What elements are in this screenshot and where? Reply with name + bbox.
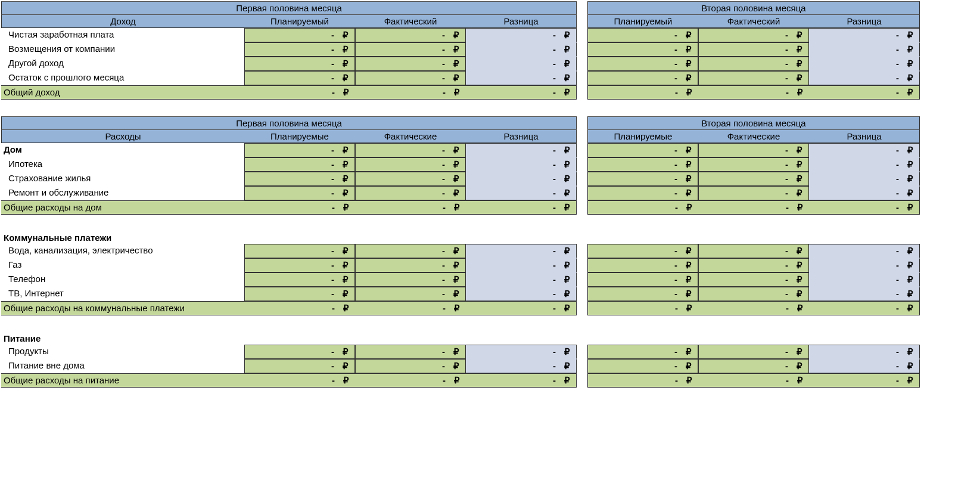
cell-diff: -₽ xyxy=(466,258,577,272)
cell-fact[interactable]: -₽ xyxy=(355,359,466,373)
cell-value: -₽ xyxy=(785,30,802,41)
cell-fact[interactable]: -₽ xyxy=(355,287,466,301)
cell-fact[interactable]: -₽ xyxy=(698,359,809,373)
cell-fact[interactable]: -₽ xyxy=(698,186,809,200)
cell-fact[interactable]: -₽ xyxy=(698,157,809,172)
cell-plan[interactable]: -₽ xyxy=(587,57,698,71)
period-header-second: Вторая половина месяца xyxy=(587,116,920,130)
cell-plan[interactable]: -₽ xyxy=(244,186,355,200)
cell-value: -₽ xyxy=(331,361,349,371)
cell-value: -₽ xyxy=(896,246,913,256)
cell-plan[interactable]: -₽ xyxy=(244,244,355,258)
cell-fact[interactable]: -₽ xyxy=(355,42,466,57)
gap xyxy=(698,332,809,345)
cell-diff: -₽ xyxy=(809,143,920,157)
col-diff: Разница xyxy=(809,130,920,143)
total-diff: -₽ xyxy=(809,373,920,388)
cell-plan[interactable]: -₽ xyxy=(244,345,355,359)
gap xyxy=(577,116,587,130)
cell-plan[interactable]: -₽ xyxy=(244,359,355,373)
cell-fact[interactable]: -₽ xyxy=(355,143,466,157)
cell-fact[interactable]: -₽ xyxy=(355,57,466,71)
gap xyxy=(244,231,355,244)
cell-plan[interactable]: -₽ xyxy=(587,244,698,258)
cell-fact[interactable]: -₽ xyxy=(698,272,809,287)
cell-fact[interactable]: -₽ xyxy=(698,287,809,301)
cell-plan[interactable]: -₽ xyxy=(587,287,698,301)
cell-plan[interactable]: -₽ xyxy=(587,258,698,272)
cell-plan[interactable]: -₽ xyxy=(244,71,355,85)
period-header-first: Первая половина месяца xyxy=(1,116,577,130)
cell-value: -₽ xyxy=(331,174,349,184)
cell-fact[interactable]: -₽ xyxy=(698,244,809,258)
cell-plan[interactable]: -₽ xyxy=(587,143,698,157)
cell-plan[interactable]: -₽ xyxy=(587,272,698,287)
cell-plan[interactable]: -₽ xyxy=(244,172,355,186)
cell-fact[interactable]: -₽ xyxy=(698,57,809,71)
cell-plan[interactable]: -₽ xyxy=(587,28,698,42)
cell-value: -₽ xyxy=(674,174,692,184)
cell-value: -₽ xyxy=(553,289,570,299)
cell-fact[interactable]: -₽ xyxy=(698,345,809,359)
cell-value: -₽ xyxy=(332,87,349,98)
gap xyxy=(577,15,587,28)
cell-diff: -₽ xyxy=(809,28,920,42)
cell-plan[interactable]: -₽ xyxy=(244,272,355,287)
cell-diff: -₽ xyxy=(809,57,920,71)
cell-plan[interactable]: -₽ xyxy=(587,157,698,172)
cell-value: -₽ xyxy=(785,346,802,357)
cell-value: -₽ xyxy=(553,260,570,271)
cell-value: -₽ xyxy=(331,188,349,199)
cell-plan[interactable]: -₽ xyxy=(244,28,355,42)
col-plan: Планируемый xyxy=(244,15,355,28)
cell-plan[interactable]: -₽ xyxy=(587,42,698,57)
gap xyxy=(577,71,587,85)
cell-plan[interactable]: -₽ xyxy=(587,345,698,359)
cell-value: -₽ xyxy=(331,289,349,299)
cell-fact[interactable]: -₽ xyxy=(698,28,809,42)
row-label: Чистая заработная плата xyxy=(1,28,244,42)
cell-value: -₽ xyxy=(675,87,692,98)
cell-diff: -₽ xyxy=(809,345,920,359)
cell-plan[interactable]: -₽ xyxy=(244,143,355,157)
cell-value: -₽ xyxy=(785,159,802,170)
cell-fact[interactable]: -₽ xyxy=(355,172,466,186)
cell-value: -₽ xyxy=(553,246,570,256)
cell-value: -₽ xyxy=(442,174,459,184)
cell-value: -₽ xyxy=(442,44,459,55)
gap xyxy=(577,157,587,172)
cell-plan[interactable]: -₽ xyxy=(244,258,355,272)
cell-fact[interactable]: -₽ xyxy=(355,157,466,172)
cell-plan[interactable]: -₽ xyxy=(587,186,698,200)
cell-plan[interactable]: -₽ xyxy=(587,172,698,186)
cell-fact[interactable]: -₽ xyxy=(355,345,466,359)
cell-value: -₽ xyxy=(332,202,349,213)
cell-fact[interactable]: -₽ xyxy=(355,272,466,287)
cell-plan[interactable]: -₽ xyxy=(244,287,355,301)
total-label: Общий доход xyxy=(1,85,244,100)
cell-value: -₽ xyxy=(674,58,692,69)
cell-fact[interactable]: -₽ xyxy=(355,186,466,200)
cell-fact[interactable]: -₽ xyxy=(698,71,809,85)
cell-plan[interactable]: -₽ xyxy=(244,57,355,71)
total-fact: -₽ xyxy=(355,301,466,315)
category-header: Коммунальные платежи xyxy=(1,231,244,244)
cell-plan[interactable]: -₽ xyxy=(244,42,355,57)
row-label: Вода, канализация, электричество xyxy=(1,244,244,258)
col-fact: Фактические xyxy=(698,130,809,143)
cell-plan[interactable]: -₽ xyxy=(587,359,698,373)
cell-plan[interactable]: -₽ xyxy=(587,71,698,85)
cell-fact[interactable]: -₽ xyxy=(355,258,466,272)
cell-fact[interactable]: -₽ xyxy=(698,143,809,157)
cell-fact[interactable]: -₽ xyxy=(698,258,809,272)
total-fact: -₽ xyxy=(698,301,809,315)
gap xyxy=(577,272,587,287)
cell-value: -₽ xyxy=(553,202,570,213)
cell-fact[interactable]: -₽ xyxy=(698,42,809,57)
cell-fact[interactable]: -₽ xyxy=(698,172,809,186)
cell-plan[interactable]: -₽ xyxy=(244,157,355,172)
cell-fact[interactable]: -₽ xyxy=(355,244,466,258)
cell-fact[interactable]: -₽ xyxy=(355,28,466,42)
cell-value: -₽ xyxy=(331,159,349,170)
cell-fact[interactable]: -₽ xyxy=(355,71,466,85)
